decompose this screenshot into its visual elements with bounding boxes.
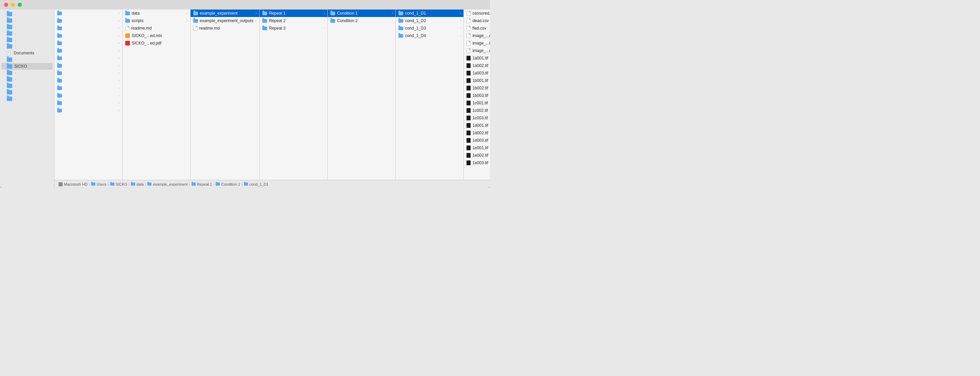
file-icon bbox=[125, 26, 129, 30]
chevron-icon: › bbox=[118, 34, 119, 37]
column-item-image_...ties.csv[interactable]: image_...ties.csv bbox=[464, 40, 490, 47]
chevron-icon: › bbox=[118, 64, 119, 67]
column-item-1b003.tif[interactable]: 1b003.tif bbox=[464, 92, 490, 99]
column-item-SICKO_...ed.pdf[interactable]: SICKO_...ed.pdf bbox=[123, 40, 190, 47]
item-label: 1e002.tif bbox=[472, 153, 490, 158]
column-item-readme.md[interactable]: readme.md bbox=[191, 24, 259, 32]
column-item-cond_1_D4[interactable]: cond_1_D4› bbox=[396, 32, 463, 40]
status-path-item[interactable]: example_experiment bbox=[153, 182, 188, 186]
sidebar-item-13[interactable]: › bbox=[2, 95, 53, 102]
sidebar-item-sicko[interactable]: SICKO bbox=[2, 63, 53, 70]
sidebar-item-documents[interactable]: Documents bbox=[2, 50, 53, 56]
column-item-scripts[interactable]: scripts› bbox=[123, 17, 190, 24]
column-item-1c002.tif[interactable]: 1c002.tif bbox=[464, 107, 490, 114]
chevron-icon: › bbox=[15, 38, 16, 42]
column-item-data[interactable]: data› bbox=[123, 10, 190, 17]
sidebar-item-9[interactable]: › bbox=[2, 70, 53, 76]
finder-window: ››››››Documents›SICKO››››› ›››››››››››››… bbox=[0, 0, 490, 188]
column-item-Condition 2[interactable]: Condition 2› bbox=[328, 17, 395, 24]
column-item-1a002.tif[interactable]: 1a002.tif bbox=[464, 62, 490, 69]
column-item-example_experiment[interactable]: example_experiment› bbox=[191, 10, 259, 17]
folder-icon bbox=[57, 79, 62, 82]
item-label: SICKO_...ed.pdf bbox=[132, 41, 188, 46]
status-path-item[interactable]: Users bbox=[97, 182, 107, 186]
folder-icon bbox=[262, 19, 267, 23]
column-item-1d002.tif[interactable]: 1d002.tif bbox=[464, 129, 490, 136]
column-item-Repeat 2[interactable]: Repeat 2› bbox=[259, 17, 327, 24]
folder-icon bbox=[57, 86, 62, 90]
column-item-5[interactable]: › bbox=[54, 47, 122, 54]
maximize-button[interactable] bbox=[18, 3, 22, 7]
column-item-SICKO_...ed.mlx[interactable]: SICKO_...ed.mlx bbox=[123, 32, 190, 40]
sidebar-item-11[interactable]: › bbox=[2, 82, 53, 89]
item-label: 1d003.tif bbox=[472, 138, 490, 143]
column-item-example_experiment_outputs[interactable]: example_experiment_outputs› bbox=[191, 17, 259, 24]
sidebar-item-0[interactable]: › bbox=[2, 11, 53, 17]
item-label: 1b001.tif bbox=[472, 78, 490, 83]
status-path-item[interactable]: cond_1_D1 bbox=[250, 182, 269, 186]
column-item-3[interactable]: › bbox=[54, 32, 122, 40]
status-path-item[interactable]: Repeat 1 bbox=[197, 182, 212, 186]
column-item-image_...eas.csv[interactable]: image_...eas.csv bbox=[464, 32, 490, 40]
column-item-readme.md[interactable]: readme.md bbox=[123, 24, 190, 32]
column-item-1b002.tif[interactable]: 1b002.tif bbox=[464, 84, 490, 92]
folder-icon bbox=[57, 101, 62, 105]
column-item-1d001.tif[interactable]: 1d001.tif bbox=[464, 122, 490, 129]
column-item-1c003.tif[interactable]: 1c003.tif bbox=[464, 114, 490, 122]
status-path-item[interactable]: data bbox=[137, 182, 143, 186]
folder-icon bbox=[57, 94, 62, 98]
close-button[interactable] bbox=[4, 3, 8, 7]
column-item-fled.csv[interactable]: fled.csv bbox=[464, 24, 490, 32]
minimize-button[interactable] bbox=[11, 3, 15, 7]
folder-icon bbox=[7, 71, 12, 75]
column-item-cond_1_D2[interactable]: cond_1_D2› bbox=[396, 17, 463, 24]
column-item-Condition 1[interactable]: Condition 1› bbox=[328, 10, 395, 17]
folder-icon bbox=[7, 57, 12, 62]
column-item-13[interactable]: › bbox=[54, 107, 122, 114]
column-item-Repeat 3[interactable]: Repeat 3› bbox=[259, 24, 327, 32]
sidebar-item-12[interactable]: › bbox=[2, 89, 53, 95]
column-item-1a003.tif[interactable]: 1a003.tif bbox=[464, 69, 490, 77]
column-item-2[interactable]: › bbox=[54, 24, 122, 32]
column-item-Repeat 1[interactable]: Repeat 1› bbox=[259, 10, 327, 17]
column-item-11[interactable]: › bbox=[54, 92, 122, 99]
folder-icon bbox=[57, 27, 62, 30]
column-item-1d003.tif[interactable]: 1d003.tif bbox=[464, 136, 490, 144]
column-item-image_...es.csv[interactable]: image_...es.csv bbox=[464, 47, 490, 54]
column-item-1e002.tif[interactable]: 1e002.tif bbox=[464, 152, 490, 159]
column-item-1a001.tif[interactable]: 1a001.tif bbox=[464, 54, 490, 62]
sidebar-item-4[interactable]: › bbox=[2, 37, 53, 43]
column-item-0[interactable]: › bbox=[54, 10, 122, 17]
column-item-cond_1_D3[interactable]: cond_1_D3› bbox=[396, 24, 463, 32]
status-path-item[interactable]: SICKO bbox=[116, 182, 127, 186]
column-item-1e003.tif[interactable]: 1e003.tif bbox=[464, 159, 490, 167]
column-item-10[interactable]: › bbox=[54, 84, 122, 92]
column-item-4[interactable]: › bbox=[54, 40, 122, 47]
column-item-9[interactable]: › bbox=[54, 77, 122, 84]
column-item-1e001.tif[interactable]: 1e001.tif bbox=[464, 144, 490, 152]
column-item-12[interactable]: › bbox=[54, 99, 122, 107]
item-label: 1c002.tif bbox=[472, 108, 490, 113]
sidebar-item-3[interactable]: › bbox=[2, 30, 53, 37]
status-path-item[interactable]: Macintosh HD bbox=[64, 182, 88, 186]
status-path-item[interactable]: Condition 1 bbox=[221, 182, 240, 186]
column-item-dead.csv[interactable]: dead.csv bbox=[464, 17, 490, 24]
chevron-icon: › bbox=[460, 34, 461, 37]
file-icon bbox=[466, 11, 471, 16]
sidebar-item-7[interactable]: › bbox=[2, 56, 53, 63]
sidebar-item-2[interactable]: › bbox=[2, 24, 53, 30]
folder-icon bbox=[331, 11, 335, 15]
column-item-8[interactable]: › bbox=[54, 69, 122, 77]
sidebar-item-5[interactable]: › bbox=[2, 43, 53, 50]
column-item-6[interactable]: › bbox=[54, 54, 122, 62]
column-item-cond_1_D1[interactable]: cond_1_D1› bbox=[396, 10, 463, 17]
column-item-censored.csv[interactable]: censored.csv bbox=[464, 10, 490, 17]
sidebar-item-1[interactable]: › bbox=[2, 17, 53, 24]
tif-icon bbox=[466, 138, 471, 143]
column-item-1[interactable]: › bbox=[54, 17, 122, 24]
column-item-1c001.tif[interactable]: 1c001.tif bbox=[464, 99, 490, 107]
column-item-7[interactable]: › bbox=[54, 62, 122, 69]
svg-rect-0 bbox=[7, 51, 11, 55]
column-item-1b001.tif[interactable]: 1b001.tif bbox=[464, 77, 490, 84]
sidebar-item-10[interactable]: › bbox=[2, 76, 53, 82]
